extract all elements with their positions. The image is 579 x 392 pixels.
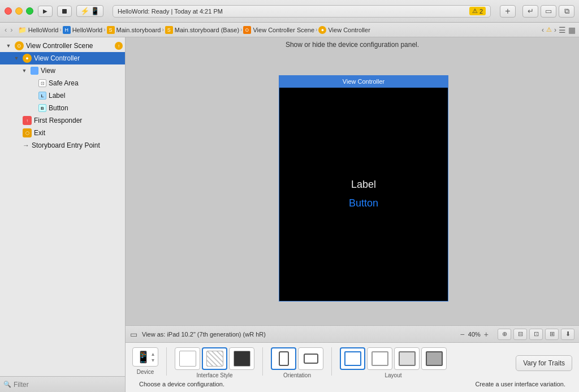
breadcrumb-label: View Controller Scene <box>253 27 314 33</box>
breadcrumb-sep-3: › <box>162 27 163 33</box>
layout-btn-3[interactable] <box>394 347 420 370</box>
warning-icon: ⚠ <box>472 7 478 15</box>
maximize-button[interactable] <box>26 7 33 15</box>
orientation-section: Orientation <box>271 347 323 378</box>
scheme-selector[interactable]: ⚡ 📱 <box>76 5 103 17</box>
dark-style-button[interactable] <box>229 347 254 370</box>
portrait-icon <box>279 351 289 366</box>
enter-icon: ↵ <box>528 7 534 15</box>
layout-button[interactable]: ⊞ <box>545 329 559 340</box>
download-button[interactable]: ⬇ <box>561 329 574 340</box>
sidebar: ▼ ⊙ View Controller Scene ! ▼ ● View Con… <box>0 37 126 392</box>
tree-item-label: View <box>41 67 55 75</box>
fit-button[interactable]: ⊕ <box>498 329 511 340</box>
light-style-button[interactable] <box>175 347 200 370</box>
landscape-button[interactable] <box>298 347 323 370</box>
breadcrumb-right: ‹ ⚠ › ☰ ▦ <box>542 25 576 35</box>
tree-view: ▼ ⊙ View Controller Scene ! ▼ ● View Con… <box>0 37 125 376</box>
status-bar: HelloWorld: Ready | Today at 4:21 PM ⚠ 2 <box>113 5 491 18</box>
layout-inner-3 <box>399 351 416 366</box>
canvas-wrapper: Show or hide the device configuration pa… <box>126 37 579 392</box>
tooltip-bottom-left: Choose a device configuration. <box>139 381 224 387</box>
breadcrumb-item-helloworld[interactable]: H HelloWorld <box>63 26 103 34</box>
layout-btn-2[interactable] <box>367 347 392 370</box>
tree-item-label: View Controller <box>34 54 80 62</box>
striped-style-screen <box>206 351 223 367</box>
tree-item-first-responder[interactable]: ↑ First Responder <box>0 114 125 127</box>
tree-item-label: Label <box>49 92 65 100</box>
interface-style-label: Interface Style <box>197 372 233 378</box>
zoom-in-button[interactable]: + <box>484 330 489 339</box>
tree-item-label: Storyboard Entry Point <box>32 141 100 149</box>
tree-item-label: First Responder <box>34 117 82 124</box>
breadcrumb-item-main-storyboard-base[interactable]: S Main.storyboard (Base) <box>165 26 239 34</box>
bottom-right-icons: ⊕ ⊟ ⊡ ⊞ ⬇ <box>498 329 574 340</box>
layout-label: Layout <box>384 372 401 378</box>
assistant-editor-button[interactable]: ⧉ <box>559 5 574 18</box>
canvas-button[interactable]: Button <box>349 197 378 209</box>
badge: ! <box>115 42 123 50</box>
outline-btn[interactable]: ☰ <box>559 25 566 35</box>
breadcrumb-label: HelloWorld <box>28 27 59 33</box>
tree-item-label[interactable]: L Label <box>0 89 125 102</box>
tree-item-vc[interactable]: ▼ ● View Controller <box>0 52 125 64</box>
filter-input[interactable] <box>14 381 122 389</box>
disclosure-spacer <box>28 79 36 87</box>
close-button[interactable] <box>5 7 12 15</box>
tooltip-bottom: Choose a device configuration. Create a … <box>132 378 572 390</box>
tree-item-view[interactable]: ▼ View <box>0 64 125 77</box>
vary-for-traits-button[interactable]: Vary for Traits <box>516 355 572 371</box>
disclosure-spacer <box>12 141 20 149</box>
disclosure-spacer <box>28 104 36 112</box>
breadcrumb-item-main-storyboard[interactable]: S Main.storyboard <box>107 26 161 34</box>
tooltip-top: Show or hide the device configuration pa… <box>126 37 579 51</box>
canvas-editor-button[interactable]: ▭ <box>541 5 556 18</box>
button-icon: B <box>38 104 46 112</box>
tree-item-label: Button <box>49 104 68 112</box>
zoom-out-button[interactable]: − <box>460 330 465 339</box>
disclosure-spacer <box>28 92 36 100</box>
layout-btn-4[interactable] <box>421 347 447 370</box>
size-button[interactable]: ⊡ <box>529 329 543 340</box>
canvas-area[interactable]: View Controller Label Button <box>126 51 579 325</box>
add-button[interactable]: + <box>500 5 516 18</box>
exit-icon: ⬡ <box>23 128 32 137</box>
scheme-icon: ⚡ <box>80 7 89 15</box>
striped-style-button[interactable] <box>202 347 227 370</box>
tree-item-vc-scene[interactable]: ▼ ⊙ View Controller Scene ! <box>0 40 125 52</box>
tree-item-exit[interactable]: ⬡ Exit <box>0 127 125 139</box>
device-icon: 📱 <box>136 350 150 364</box>
minimize-button[interactable] <box>15 7 23 15</box>
disclosure-spacer <box>12 129 20 137</box>
disclosure-icon: ▼ <box>12 54 20 62</box>
warning-icon2: ⚠ <box>546 26 552 33</box>
device-selector[interactable]: 📱 ▴▾ <box>132 347 158 367</box>
breadcrumb-item-vc-scene[interactable]: ⊙ View Controller Scene <box>243 26 314 34</box>
breadcrumb-label: Main.storyboard <box>116 27 161 33</box>
breadcrumb-sep-5: › <box>316 27 317 33</box>
tree-item-safe-area[interactable]: ⊡ Safe Area <box>0 77 125 89</box>
breadcrumb-label: HelloWorld <box>72 27 103 33</box>
tree-item-button[interactable]: B Button <box>0 102 125 114</box>
tree-item-storyboard-entry[interactable]: → Storyboard Entry Point <box>0 139 125 152</box>
breadcrumb-sep-1: › <box>59 27 61 33</box>
label-icon: L <box>38 92 46 100</box>
fr-icon: ↑ <box>23 116 32 125</box>
breadcrumb-item-vc[interactable]: ● View Controller <box>318 26 370 34</box>
stop-button[interactable] <box>57 6 72 17</box>
vc-node-icon: ● <box>23 54 32 63</box>
breadcrumb-item-helloworld-folder[interactable]: 📁 HelloWorld <box>19 26 59 34</box>
source-editor-button[interactable]: ↵ <box>522 5 538 18</box>
breadcrumb-warn-back[interactable]: ‹ <box>542 26 544 34</box>
align-button[interactable]: ⊟ <box>513 329 527 340</box>
inspector-btn[interactable]: ▦ <box>568 25 576 35</box>
device-label: Device <box>137 369 154 375</box>
portrait-button[interactable] <box>271 347 296 370</box>
play-button[interactable]: ▶ <box>38 6 53 17</box>
breadcrumb-back[interactable]: ‹ <box>3 25 8 34</box>
breadcrumb-warn-fwd[interactable]: › <box>554 26 556 34</box>
layout-btn-1[interactable] <box>340 347 365 370</box>
breadcrumb-forward[interactable]: › <box>9 25 14 34</box>
warning-count: 2 <box>479 8 483 15</box>
warning-badge[interactable]: ⚠ 2 <box>469 7 486 15</box>
